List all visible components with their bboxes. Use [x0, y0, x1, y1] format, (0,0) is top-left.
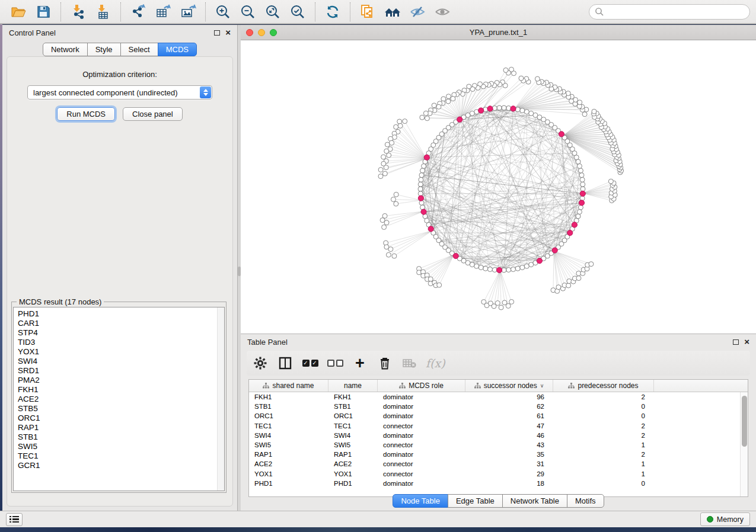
mcds-result-item[interactable]: STB1 [18, 432, 224, 442]
cell-MCDS-role[interactable]: dominator [378, 393, 465, 400]
network-node[interactable] [580, 182, 585, 187]
table-row[interactable]: ORC1ORC1dominator610 [249, 411, 740, 421]
cell-name[interactable]: ORC1 [328, 412, 378, 419]
network-node[interactable] [577, 210, 582, 214]
network-node[interactable] [403, 119, 407, 124]
network-node[interactable] [502, 105, 506, 110]
mcds-list-scrollbar[interactable] [217, 307, 224, 491]
mcds-hub-node[interactable] [457, 117, 462, 122]
mcds-hub-node[interactable] [453, 253, 458, 258]
close-table-panel-icon[interactable]: × [744, 339, 749, 345]
network-node[interactable] [576, 214, 580, 219]
network-node[interactable] [520, 108, 525, 113]
mcds-hub-node[interactable] [421, 209, 426, 214]
save-icon[interactable] [33, 2, 53, 21]
network-node[interactable] [419, 200, 424, 205]
mcds-hub-node[interactable] [572, 222, 577, 227]
zoom-fit-icon[interactable] [263, 2, 283, 21]
network-node[interactable] [381, 155, 386, 159]
cell-predecessor-nodes[interactable]: 1 [553, 470, 654, 477]
cell-predecessor-nodes[interactable]: 0 [553, 403, 654, 410]
cell-shared-name[interactable]: ORC1 [249, 412, 328, 419]
cell-predecessor-nodes[interactable]: 0 [553, 480, 654, 487]
zoom-selected-icon[interactable] [288, 2, 308, 21]
network-node[interactable] [589, 262, 594, 267]
network-node[interactable] [398, 123, 403, 128]
cell-MCDS-role[interactable]: connector [378, 441, 465, 448]
cell-successor-nodes[interactable]: 47 [465, 422, 553, 430]
network-graph[interactable] [241, 40, 756, 334]
cell-name[interactable]: FKH1 [328, 393, 378, 400]
mcds-result-item[interactable]: STB5 [18, 404, 224, 414]
mcds-hub-node[interactable] [487, 106, 493, 111]
mcds-result-item[interactable]: PHD1 [18, 309, 224, 319]
mcds-result-item[interactable]: TID3 [18, 338, 224, 347]
network-node[interactable] [524, 110, 529, 114]
network-node[interactable] [576, 276, 581, 281]
table-row[interactable]: FKH1FKH1dominator962 [249, 392, 740, 402]
network-node[interactable] [382, 171, 387, 176]
mcds-result-item[interactable]: TEC1 [18, 451, 224, 461]
refresh-icon[interactable] [323, 2, 343, 21]
network-node[interactable] [391, 197, 395, 202]
cell-predecessor-nodes[interactable]: 2 [553, 451, 654, 458]
cell-name[interactable]: SWI5 [328, 441, 378, 448]
table-row[interactable]: ACE2ACE2connector311 [249, 459, 740, 469]
network-node[interactable] [388, 247, 393, 252]
table-row[interactable]: YOX1YOX1connector291 [249, 469, 740, 479]
cell-successor-nodes[interactable]: 43 [465, 441, 553, 448]
network-node[interactable] [608, 179, 613, 184]
network-node[interactable] [566, 283, 571, 288]
cell-MCDS-role[interactable]: dominator [378, 412, 465, 419]
mcds-result-item[interactable]: SWI5 [18, 442, 224, 451]
cell-predecessor-nodes[interactable]: 1 [553, 441, 654, 448]
import-table-icon[interactable] [93, 2, 113, 21]
column-header-MCDS-role[interactable]: MCDS role [378, 380, 465, 392]
network-node[interactable] [384, 165, 388, 170]
network-node[interactable] [382, 225, 387, 229]
cell-name[interactable]: PHD1 [328, 480, 378, 487]
network-node[interactable] [385, 142, 390, 147]
network-node[interactable] [474, 264, 479, 268]
network-node[interactable] [387, 153, 391, 158]
cell-MCDS-role[interactable]: dominator [378, 432, 465, 439]
cell-successor-nodes[interactable]: 18 [465, 480, 553, 487]
mcds-hub-node[interactable] [552, 248, 557, 253]
clone-network-icon[interactable] [358, 2, 378, 21]
network-node[interactable] [446, 99, 451, 104]
network-node[interactable] [497, 105, 502, 110]
mcds-result-item[interactable]: PMA2 [18, 376, 224, 385]
mcds-result-item[interactable]: ACE2 [18, 395, 224, 404]
mcds-hub-node[interactable] [424, 155, 429, 160]
network-node[interactable] [506, 106, 511, 111]
cell-name[interactable]: SWI4 [328, 432, 378, 439]
network-node[interactable] [578, 100, 582, 105]
network-node[interactable] [576, 159, 580, 164]
network-node[interactable] [432, 103, 436, 108]
import-network-icon[interactable] [68, 2, 88, 21]
cell-predecessor-nodes[interactable]: 2 [553, 432, 654, 439]
mcds-result-item[interactable]: STP4 [18, 328, 224, 338]
cell-successor-nodes[interactable]: 61 [465, 412, 553, 419]
cell-shared-name[interactable]: STB1 [249, 403, 328, 410]
zoom-in-icon[interactable] [213, 2, 233, 21]
network-node[interactable] [479, 265, 483, 270]
network-node[interactable] [418, 187, 423, 191]
mcds-result-item[interactable]: SRD1 [18, 366, 224, 376]
network-node[interactable] [515, 107, 520, 112]
cell-successor-nodes[interactable]: 46 [465, 432, 553, 439]
network-node[interactable] [390, 140, 394, 145]
network-window-titlebar[interactable]: YPA_prune.txt_1 [241, 25, 756, 40]
network-node[interactable] [495, 301, 500, 306]
mcds-result-item[interactable]: ORC1 [18, 414, 224, 423]
cell-MCDS-role[interactable]: connector [378, 422, 465, 430]
cell-shared-name[interactable]: FKH1 [249, 393, 328, 400]
network-node[interactable] [535, 76, 540, 81]
network-node[interactable] [506, 303, 511, 308]
mcds-hub-node[interactable] [559, 132, 564, 137]
table-row[interactable]: TEC1TEC1connector472 [249, 421, 740, 431]
tab-node-table[interactable]: Node Table [393, 494, 448, 508]
float-panel-icon[interactable] [214, 30, 220, 36]
zoom-out-icon[interactable] [238, 2, 258, 21]
mcds-hub-node[interactable] [428, 226, 433, 232]
